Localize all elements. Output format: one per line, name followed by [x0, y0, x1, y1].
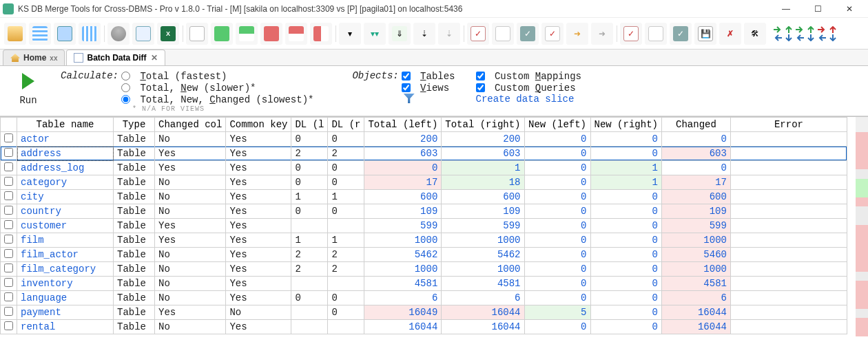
- toolbar-block-red-icon[interactable]: [260, 23, 282, 45]
- radio-total[interactable]: Total (fastest): [121, 70, 313, 82]
- table-row[interactable]: filmTableYesYes1110001000001000: [1, 233, 847, 248]
- toolbar-table1-icon[interactable]: [29, 23, 51, 45]
- table-row[interactable]: paymentTableYesNo016049160445016044: [1, 305, 847, 320]
- toolbar-db-icon[interactable]: [107, 23, 130, 45]
- hdr-name[interactable]: Table name: [17, 118, 114, 132]
- toolbar-x-icon[interactable]: ✗: [719, 23, 741, 45]
- chk-queries[interactable]: Custom Queries: [476, 82, 581, 94]
- arrow-up-green2-icon[interactable]: [806, 26, 816, 33]
- toolbar-check5-icon[interactable]: ✓: [620, 23, 642, 45]
- radio-total-new-changed[interactable]: Total, New, Changed (slowest)*: [121, 94, 313, 105]
- toolbar-block-red2-icon[interactable]: [285, 23, 307, 45]
- row-checkbox-cell[interactable]: [1, 262, 17, 277]
- table-row[interactable]: inventoryTableNoYes45814581004581: [1, 277, 847, 291]
- table-row[interactable]: countryTableNoYes0010910900109: [1, 204, 847, 219]
- row-checkbox[interactable]: [4, 148, 13, 157]
- tab-batch-data-diff[interactable]: Batch Data Diff ✕: [66, 50, 165, 65]
- toolbar-block-white-icon[interactable]: [186, 23, 208, 45]
- row-checkbox-cell[interactable]: [1, 175, 17, 190]
- toolbar-down1-icon[interactable]: ▾: [339, 23, 361, 45]
- row-checkbox[interactable]: [4, 264, 13, 272]
- row-checkbox-cell[interactable]: [1, 233, 17, 248]
- hdr-check[interactable]: [1, 118, 17, 132]
- table-row[interactable]: film_actorTableNoYes2254625462005460: [1, 248, 847, 262]
- minimize-button[interactable]: —: [770, 0, 802, 18]
- row-checkbox[interactable]: [4, 177, 13, 186]
- toolbar-refresh-icon[interactable]: [132, 23, 154, 45]
- toolbar-check2-icon[interactable]: [492, 23, 514, 45]
- toolbar-right-icon[interactable]: ➜: [566, 23, 588, 45]
- table-row[interactable]: addressTableYesYes2260360300603: [1, 147, 847, 161]
- row-checkbox[interactable]: [4, 321, 13, 330]
- arrow-down-blue3-icon[interactable]: [828, 34, 838, 41]
- arrow-left-blue-icon[interactable]: [773, 34, 783, 41]
- arrow-left-blue2-icon[interactable]: [795, 34, 805, 41]
- hdr-ckey[interactable]: Common key: [226, 118, 291, 132]
- toolbar-block-red3-icon[interactable]: [310, 23, 332, 45]
- toolbar-tools-icon[interactable]: 🛠: [744, 23, 766, 45]
- hdr-tl[interactable]: Total (left): [364, 118, 442, 132]
- row-checkbox-cell[interactable]: [1, 204, 17, 219]
- row-checkbox-cell[interactable]: [1, 305, 17, 320]
- toolbar-down3-icon[interactable]: ⇓: [389, 23, 411, 45]
- toolbar-check6-icon[interactable]: [645, 23, 667, 45]
- row-checkbox[interactable]: [4, 292, 13, 301]
- maximize-button[interactable]: ☐: [802, 0, 834, 18]
- toolbar-check1-icon[interactable]: ✓: [467, 23, 489, 45]
- row-checkbox[interactable]: [4, 307, 13, 316]
- row-checkbox[interactable]: [4, 278, 13, 287]
- toolbar-check7-icon[interactable]: ✓: [670, 23, 692, 45]
- tab-close-icon[interactable]: ✕: [151, 53, 158, 63]
- row-checkbox-cell[interactable]: [1, 277, 17, 291]
- chk-views[interactable]: Views: [402, 82, 455, 94]
- toolbar-down5-icon[interactable]: ⇣: [438, 23, 460, 45]
- hdr-tr[interactable]: Total (right): [442, 118, 524, 132]
- table-row[interactable]: rentalTableNoYes16044160440016044: [1, 320, 847, 334]
- row-checkbox[interactable]: [4, 191, 13, 200]
- table-row[interactable]: film_categoryTableNoYes2210001000001000: [1, 262, 847, 277]
- row-checkbox[interactable]: [4, 220, 13, 229]
- row-checkbox-cell[interactable]: [1, 132, 17, 147]
- arrow-down-blue-icon[interactable]: [784, 34, 794, 41]
- toolbar-right2-icon[interactable]: ➜: [591, 23, 613, 45]
- table-row[interactable]: actorTableNoYes00200200000: [1, 132, 847, 147]
- create-data-slice-link[interactable]: Create data slice: [476, 94, 575, 105]
- toolbar-open-icon[interactable]: [4, 23, 26, 45]
- toolbar-block-green-icon[interactable]: [211, 23, 233, 45]
- hdr-chg[interactable]: Changed: [661, 118, 730, 132]
- table-row[interactable]: address_logTableYesYes0001010: [1, 161, 847, 175]
- toolbar-save-icon[interactable]: 💾: [694, 23, 716, 45]
- toolbar-select-icon[interactable]: [54, 23, 76, 45]
- tab-home[interactable]: Home xx: [3, 50, 65, 65]
- row-checkbox-cell[interactable]: [1, 320, 17, 334]
- hdr-type[interactable]: Type: [114, 118, 155, 132]
- hdr-dlr[interactable]: DL (r: [328, 118, 364, 132]
- toolbar-block-green2-icon[interactable]: [236, 23, 258, 45]
- chk-tables[interactable]: Tables: [402, 70, 455, 82]
- row-checkbox[interactable]: [4, 162, 13, 171]
- row-checkbox[interactable]: [4, 249, 13, 258]
- row-checkbox-cell[interactable]: [1, 291, 17, 305]
- hdr-nl[interactable]: New (left): [524, 118, 590, 132]
- row-checkbox-cell[interactable]: [1, 190, 17, 204]
- hdr-nr[interactable]: New (right): [590, 118, 661, 132]
- arrow-up-red-icon[interactable]: [828, 26, 838, 33]
- arrow-left-blue3-icon[interactable]: [817, 34, 827, 41]
- row-checkbox-cell[interactable]: [1, 161, 17, 175]
- row-checkbox[interactable]: [4, 235, 13, 244]
- table-row[interactable]: cityTableNoYes1160060000600: [1, 190, 847, 204]
- row-checkbox[interactable]: [4, 133, 13, 142]
- arrow-right-green-icon[interactable]: [773, 26, 783, 33]
- hdr-dll[interactable]: DL (l: [291, 118, 328, 132]
- toolbar-grid-icon[interactable]: [79, 23, 101, 45]
- hdr-err[interactable]: Error: [730, 118, 847, 132]
- table-row[interactable]: categoryTableNoYes0017180117: [1, 175, 847, 190]
- row-checkbox-cell[interactable]: [1, 219, 17, 233]
- toolbar-down2-icon[interactable]: ▾▾: [364, 23, 386, 45]
- arrow-up-green-icon[interactable]: [784, 26, 794, 33]
- hdr-chgcol[interactable]: Changed col: [155, 118, 226, 132]
- arrow-down-blue2-icon[interactable]: [806, 34, 816, 41]
- filter-icon[interactable]: [404, 94, 415, 103]
- toolbar-down4-icon[interactable]: ⇣: [413, 23, 435, 45]
- scrollbar[interactable]: [856, 117, 868, 336]
